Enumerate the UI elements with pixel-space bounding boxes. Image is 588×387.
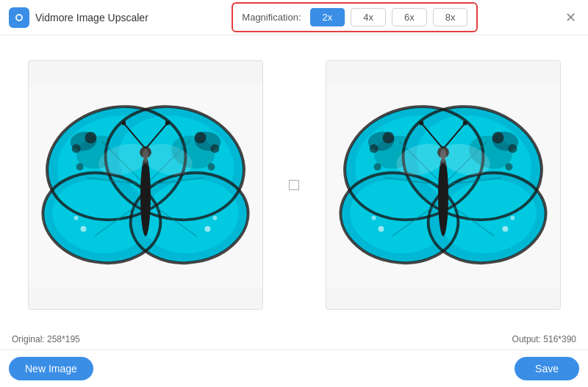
svg-point-63 [373, 163, 381, 170]
svg-point-78 [462, 121, 467, 126]
mag-4x-button[interactable]: 4x [351, 8, 386, 26]
magnification-label: Magnification: [242, 12, 301, 23]
svg-point-35 [121, 121, 126, 126]
svg-point-21 [71, 144, 80, 153]
svg-point-23 [194, 131, 206, 143]
output-image-container [326, 60, 561, 310]
output-image-panel [305, 53, 581, 317]
main-content [0, 35, 588, 329]
svg-point-64 [492, 131, 503, 143]
svg-point-61 [382, 131, 394, 143]
svg-point-62 [369, 144, 378, 153]
new-image-button[interactable]: New Image [9, 357, 93, 380]
close-button[interactable]: ✕ [562, 9, 579, 26]
svg-point-82 [371, 216, 376, 220]
svg-point-22 [76, 163, 83, 170]
svg-point-32 [140, 156, 151, 236]
mag-6x-button[interactable]: 6x [392, 8, 427, 26]
app-icon [9, 7, 29, 28]
action-bar: New Image Save [0, 350, 588, 387]
svg-point-37 [165, 121, 169, 126]
mag-2x-button[interactable]: 2x [310, 8, 345, 26]
magnification-bar: Magnification: 2x 4x 6x 8x [232, 2, 478, 32]
svg-point-43 [212, 216, 217, 220]
original-size-label: Original: 258*195 [12, 334, 80, 344]
svg-point-41 [74, 216, 78, 220]
svg-point-84 [510, 216, 514, 220]
svg-point-24 [210, 144, 219, 153]
svg-point-20 [85, 131, 96, 143]
mag-8x-button[interactable]: 8x [433, 8, 468, 26]
title-left: Vidmore Image Upscaler [9, 7, 148, 28]
svg-point-81 [378, 226, 384, 232]
svg-point-73 [438, 156, 448, 236]
save-button[interactable]: Save [514, 357, 579, 380]
svg-point-66 [505, 163, 512, 170]
svg-point-83 [502, 226, 508, 232]
output-size-label: Output: 516*390 [512, 334, 576, 344]
original-image-container [28, 60, 263, 310]
compare-checkbox[interactable] [289, 180, 299, 190]
svg-point-76 [419, 121, 423, 126]
status-bar: Original: 258*195 Output: 516*390 [0, 329, 588, 350]
svg-point-42 [204, 226, 210, 232]
svg-point-25 [207, 163, 215, 170]
output-butterfly-image [326, 61, 560, 309]
svg-point-40 [80, 226, 86, 232]
svg-point-65 [508, 144, 517, 153]
svg-point-2 [17, 15, 21, 20]
title-bar: Vidmore Image Upscaler Magnification: 2x… [0, 0, 588, 35]
original-image-panel [7, 53, 283, 317]
original-butterfly-image [29, 61, 262, 309]
app-title: Vidmore Image Upscaler [35, 12, 148, 23]
divider-area [283, 53, 305, 317]
